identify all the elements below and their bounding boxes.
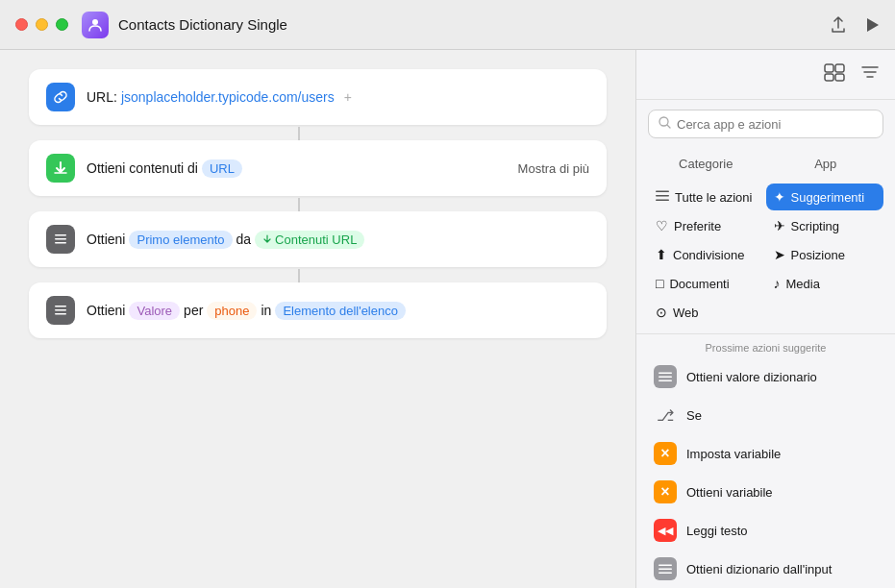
- svg-rect-17: [656, 191, 669, 193]
- get-first-content: Ottieni Primo elemento da Contenuti URL: [87, 231, 589, 249]
- action-if[interactable]: ⎇ Se: [644, 396, 887, 434]
- valore-pill[interactable]: Valore: [129, 302, 180, 320]
- svg-rect-6: [55, 309, 66, 311]
- workflow-panel: URL: jsonplaceholder.typicode.com/users …: [0, 50, 635, 588]
- cat-scripting-label: Scripting: [791, 219, 840, 233]
- svg-rect-20: [659, 372, 672, 374]
- cat-sharing-label: Condivisione: [673, 248, 744, 262]
- in-label: in: [261, 303, 271, 318]
- sidebar: Categorie App Tutte le azioni ✦ Suggerim…: [635, 50, 895, 588]
- cat-all-label: Tutte le azioni: [675, 190, 752, 205]
- if-icon: ⎇: [654, 404, 677, 427]
- url-value[interactable]: jsonplaceholder.typicode.com/users: [121, 89, 335, 105]
- url-plus[interactable]: +: [344, 89, 352, 105]
- minimize-button[interactable]: [36, 18, 48, 31]
- dict-value-icon: [654, 365, 677, 388]
- action-set-var[interactable]: × Imposta variabile: [644, 434, 887, 473]
- svg-rect-7: [55, 313, 66, 315]
- get-contents-content: Ottieni contenuti di URL: [87, 159, 518, 178]
- doc-icon: □: [656, 276, 663, 291]
- svg-rect-11: [835, 74, 844, 81]
- plane-icon: ✈: [774, 218, 785, 233]
- svg-rect-3: [55, 238, 66, 240]
- search-icon: [659, 116, 671, 132]
- search-input[interactable]: [677, 117, 873, 132]
- get-value-label: Ottieni: [87, 303, 125, 318]
- titlebar-actions: [830, 16, 880, 34]
- action-dict-value-label: Ottieni valore dizionario: [686, 370, 817, 384]
- maximize-button[interactable]: [56, 18, 68, 31]
- action-speak-label: Leggi testo: [686, 524, 748, 538]
- svg-rect-25: [659, 572, 672, 574]
- share-icon: ⬆: [656, 247, 667, 262]
- svg-rect-10: [825, 74, 833, 81]
- cat-suggestions-label: Suggerimenti: [791, 190, 865, 205]
- cat-documents[interactable]: □ Documenti: [648, 270, 766, 297]
- titlebar: Contacts Dictionary Single: [0, 0, 895, 50]
- web-icon: ⊙: [656, 305, 667, 320]
- svg-marker-1: [867, 18, 879, 32]
- heart-icon: ♡: [656, 218, 668, 233]
- search-bar[interactable]: [648, 110, 883, 138]
- cat-media[interactable]: ♪ Media: [766, 270, 884, 297]
- tab-app[interactable]: App: [768, 152, 884, 176]
- action-get-var-label: Ottieni variabile: [686, 485, 773, 500]
- primo-elemento-pill[interactable]: Primo elemento: [129, 231, 232, 249]
- elemento-elenco-pill[interactable]: Elemento dell'elenco: [275, 302, 406, 320]
- action-get-var[interactable]: × Ottieni variabile: [644, 473, 887, 511]
- cat-suggestions[interactable]: ✦ Suggerimenti: [766, 184, 884, 210]
- cat-media-label: Media: [786, 277, 820, 291]
- cat-sharing[interactable]: ⬆ Condivisione: [648, 241, 766, 268]
- get-contents-icon: [46, 154, 75, 183]
- svg-rect-23: [659, 564, 672, 566]
- action-dict-input[interactable]: Ottieni dizionario dall'input: [644, 550, 887, 588]
- cat-location-label: Posizione: [791, 248, 845, 262]
- svg-point-0: [92, 19, 98, 25]
- svg-rect-2: [55, 234, 66, 236]
- svg-rect-21: [659, 376, 672, 378]
- get-value-step: Ottieni Valore per phone in Elemento del…: [29, 282, 607, 338]
- action-set-var-label: Imposta variabile: [686, 447, 781, 461]
- tab-categorie[interactable]: Categorie: [648, 152, 764, 176]
- svg-rect-9: [835, 64, 844, 72]
- action-dict-value[interactable]: Ottieni valore dizionario: [644, 357, 887, 396]
- phone-pill[interactable]: phone: [207, 302, 257, 320]
- suggested-title: Prossime azioni suggerite: [636, 334, 895, 357]
- close-button[interactable]: [15, 18, 28, 31]
- cat-scripting[interactable]: ✈ Scripting: [766, 212, 884, 239]
- get-first-label: Ottieni: [87, 232, 125, 247]
- sparkle-icon: ✦: [774, 189, 785, 205]
- svg-line-16: [667, 125, 670, 128]
- per-label: per: [184, 303, 203, 318]
- cat-documents-label: Documenti: [669, 277, 729, 291]
- contenuti-url-pill[interactable]: Contenuti URL: [255, 231, 364, 249]
- get-first-icon: [46, 225, 75, 254]
- sidebar-header: [636, 50, 895, 100]
- mostra-piu[interactable]: Mostra di più: [518, 161, 589, 176]
- main-content: URL: jsonplaceholder.typicode.com/users …: [0, 50, 895, 588]
- url-pill[interactable]: URL: [202, 159, 242, 178]
- action-dict-input-label: Ottieni dizionario dall'input: [686, 562, 832, 576]
- cat-web-label: Web: [673, 306, 699, 320]
- share-button[interactable]: [830, 16, 847, 34]
- cat-location[interactable]: ➤ Posizione: [766, 241, 884, 268]
- url-step: URL: jsonplaceholder.typicode.com/users …: [29, 69, 607, 125]
- sidebar-filter-icon[interactable]: [860, 64, 880, 85]
- action-speak[interactable]: ◀◀ Leggi testo: [644, 511, 887, 550]
- connector-1: [298, 127, 300, 140]
- play-button[interactable]: [864, 17, 880, 33]
- get-contents-step: Ottieni contenuti di URL Mostra di più: [29, 140, 607, 196]
- app-icon: [82, 12, 109, 38]
- cat-favorites[interactable]: ♡ Preferite: [648, 212, 766, 239]
- cat-web[interactable]: ⊙ Web: [648, 299, 766, 326]
- sidebar-gallery-icon[interactable]: [824, 62, 845, 86]
- window-title: Contacts Dictionary Single: [118, 16, 830, 33]
- music-icon: ♪: [774, 276, 781, 291]
- action-list: Ottieni valore dizionario ⎇ Se × Imposta…: [636, 357, 895, 588]
- url-step-icon: [46, 83, 75, 111]
- get-contents-label: Ottieni contenuti di: [87, 160, 198, 176]
- cat-all-actions[interactable]: Tutte le azioni: [648, 184, 766, 210]
- traffic-lights: [15, 18, 68, 31]
- get-value-content: Ottieni Valore per phone in Elemento del…: [87, 302, 589, 320]
- set-var-icon: ×: [654, 442, 677, 465]
